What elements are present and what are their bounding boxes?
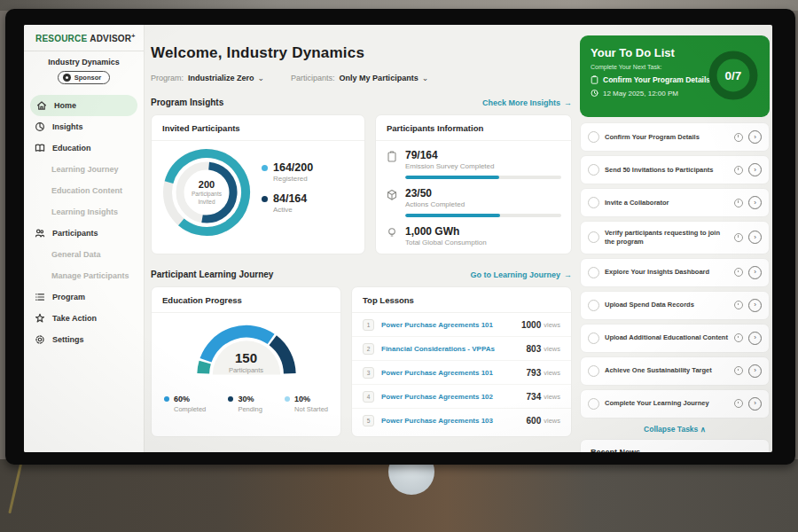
lesson-rank: 3 — [363, 367, 374, 379]
sidebar-item-take-action[interactable]: Take Action — [24, 308, 144, 329]
todo-task-list: Confirm Your Program Details › Send 50 I… — [580, 122, 770, 419]
lesson-link[interactable]: Power Purchase Agreements 103 — [381, 417, 527, 425]
chevron-right-button[interactable]: › — [748, 364, 762, 378]
registered-dot — [262, 165, 268, 171]
sidebar-item-settings[interactable]: Settings — [24, 329, 144, 350]
participants-filter-label: Participants: — [291, 74, 335, 82]
lesson-views: 1000 — [521, 320, 541, 330]
task-checkbox[interactable] — [588, 164, 599, 176]
task-row[interactable]: Achieve One Sustainability Target › — [580, 356, 770, 386]
lesson-rank: 5 — [363, 415, 374, 426]
sidebar-item-learning-insights[interactable]: Learning Insights — [24, 201, 144, 223]
clock-icon — [734, 301, 743, 309]
sidebar-item-manage-participants[interactable]: Manage Participants — [24, 265, 144, 286]
task-checkbox[interactable] — [588, 300, 599, 311]
views-label: views — [544, 369, 560, 377]
sponsor-badge[interactable]: Sponsor — [58, 71, 110, 84]
task-checkbox[interactable] — [588, 197, 599, 208]
page-title: Welcome, Industry Dynamics — [151, 44, 572, 62]
task-checkbox[interactable] — [588, 231, 599, 243]
task-checkbox[interactable] — [588, 131, 599, 143]
card-title: Participants Information — [376, 115, 571, 141]
task-row[interactable]: Confirm Your Program Details › — [580, 122, 770, 152]
donut-center: 200 Participants Invited — [160, 146, 253, 239]
lesson-views: 803 — [527, 344, 542, 354]
lesson-row: 4 Power Purchase Agreements 102 734views — [352, 385, 571, 409]
chevron-right-button[interactable]: › — [748, 332, 762, 345]
stat-value: 23/50 — [405, 187, 561, 200]
sidebar-item-education-content[interactable]: Education Content — [24, 180, 144, 201]
section-title-learning-journey: Participant Learning Journey — [151, 270, 273, 279]
progress-track — [405, 176, 561, 179]
sidebar-item-program[interactable]: Program — [24, 286, 144, 308]
clock-icon — [734, 233, 743, 242]
chevron-right-button[interactable]: › — [748, 196, 762, 209]
sidebar-item-general-data[interactable]: General Data — [24, 244, 144, 265]
sidebar-item-label: Home — [54, 101, 76, 110]
top-lessons-card: Top Lessons 1 Power Purchase Agreements … — [351, 286, 572, 437]
chevron-right-button[interactable]: › — [748, 299, 762, 312]
lesson-link[interactable]: Power Purchase Agreements 101 — [381, 369, 527, 377]
clock-icon — [591, 89, 598, 98]
lesson-link[interactable]: Power Purchase Agreements 101 — [381, 321, 521, 329]
task-label: Invite a Collaborator — [605, 199, 729, 207]
lesson-link[interactable]: Financial Considerations - VPPAs — [381, 345, 527, 353]
sidebar-item-education[interactable]: Education — [24, 137, 144, 159]
sidebar-item-home[interactable]: Home — [30, 95, 137, 116]
dashboard-screen: RESOURCEADVISOR+ Industry Dynamics Spons… — [24, 25, 772, 452]
lesson-link[interactable]: Power Purchase Agreements 102 — [381, 393, 527, 401]
chevron-down-icon[interactable]: ⌄ — [258, 74, 265, 82]
chevron-down-icon[interactable]: ⌄ — [422, 74, 429, 82]
main-content: Welcome, Industry Dynamics Program:Indus… — [151, 25, 572, 452]
stat-label: Emission Survey Completed — [405, 162, 561, 170]
task-row[interactable]: Upload Spend Data Records › — [580, 291, 770, 320]
todo-next-task-label: Confirm Your Program Details — [603, 75, 710, 84]
chevron-right-button[interactable]: › — [748, 163, 762, 176]
chevron-right-button[interactable]: › — [748, 397, 762, 411]
home-icon — [36, 100, 47, 111]
completed-pct: 60% — [174, 395, 190, 403]
chevron-right-button[interactable]: › — [748, 130, 762, 144]
app-logo: RESOURCEADVISOR+ — [24, 33, 144, 43]
go-to-learning-journey-link[interactable]: Go to Learning Journey→ — [470, 270, 572, 279]
invited-participants-donut: 200 Participants Invited — [160, 146, 253, 239]
collapse-tasks-link[interactable]: Collapse Tasks ∧ — [580, 425, 770, 434]
program-filter-value[interactable]: Industrialize Zero — [188, 74, 254, 82]
section-title-program-insights: Program Insights — [151, 98, 223, 107]
sidebar-item-participants[interactable]: Participants — [24, 223, 144, 244]
task-row[interactable]: Send 50 Invitations to Participants › — [580, 155, 770, 184]
pending-pct: 30% — [238, 395, 254, 403]
task-row[interactable]: Upload Additional Educational Content › — [580, 324, 770, 353]
task-checkbox[interactable] — [588, 332, 599, 344]
task-checkbox[interactable] — [588, 267, 599, 278]
filter-bar: Program:Industrialize Zero⌄ Participants… — [151, 74, 572, 82]
donut-legend: 164/200 Registered 84/164 Active — [262, 161, 313, 223]
participants-filter-value[interactable]: Only My Participants — [340, 74, 419, 82]
task-label: Explore Your Insights Dashboard — [605, 268, 729, 277]
sidebar: RESOURCEADVISOR+ Industry Dynamics Spons… — [24, 25, 145, 452]
check-more-insights-link[interactable]: Check More Insights→ — [482, 98, 572, 107]
todo-due-label: 12 May 2025, 12:00 PM — [603, 90, 678, 98]
task-checkbox[interactable] — [588, 365, 599, 377]
program-list-icon — [35, 292, 45, 302]
program-filter: Program:Industrialize Zero⌄ — [151, 74, 264, 82]
task-row[interactable]: Verify participants requesting to join t… — [580, 221, 770, 254]
completed-dot — [164, 396, 169, 402]
pending-label: Pending — [238, 405, 262, 413]
card-title: Education Progress — [152, 287, 340, 313]
sidebar-item-learning-journey[interactable]: Learning Journey — [24, 159, 144, 180]
lesson-row: 5 Power Purchase Agreements 103 600views — [352, 409, 571, 432]
sidebar-item-insights[interactable]: Insights — [24, 116, 144, 137]
chevron-right-button[interactable]: › — [748, 231, 762, 244]
chevron-right-button[interactable]: › — [748, 266, 762, 279]
task-row[interactable]: Invite a Collaborator › — [580, 188, 770, 217]
task-checkbox[interactable] — [588, 398, 599, 410]
task-label: Send 50 Invitations to Participants — [605, 166, 729, 175]
invited-participants-card: Invited Participants 200 Participants In… — [151, 114, 365, 254]
views-label: views — [544, 417, 560, 425]
task-row[interactable]: Explore Your Insights Dashboard › — [580, 258, 770, 287]
task-row[interactable]: Complete Your Learning Journey › — [580, 389, 770, 419]
not-started-dot — [285, 396, 290, 402]
lesson-row: 2 Financial Considerations - VPPAs 803vi… — [352, 337, 571, 361]
views-label: views — [544, 345, 560, 353]
